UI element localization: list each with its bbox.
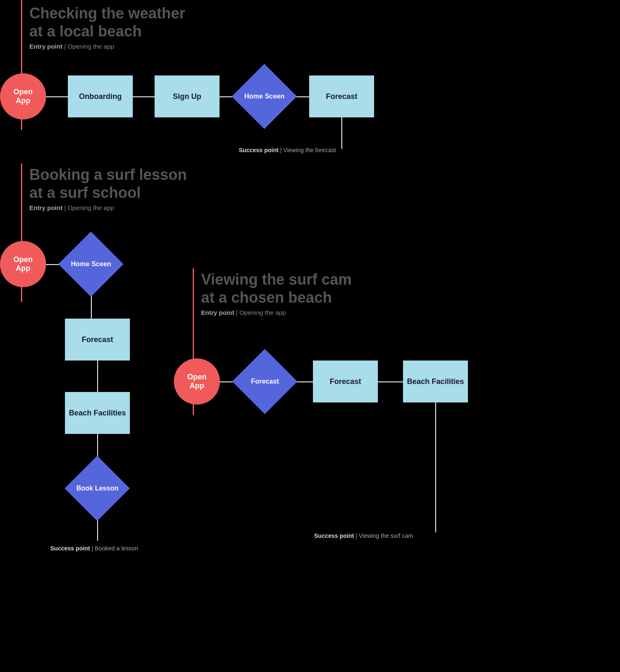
- s2-homescreen: Home Sceen: [58, 231, 124, 297]
- s1-conn2: [133, 96, 155, 97]
- s3-conn4: [435, 402, 436, 532]
- s3-success: Success point | Viewing the surf cam: [314, 532, 413, 539]
- s1-conn5: [341, 117, 342, 149]
- s3-homescreen: Forecast: [232, 349, 297, 414]
- section2-entry: Entry point | Opening the app: [29, 204, 187, 211]
- s2-open-app: Open App: [0, 241, 46, 287]
- section1-title: Checking the weather at a local beach: [29, 4, 185, 40]
- s2-book-lesson: Book Lesson: [65, 456, 130, 521]
- section3-header: Viewing the surf cam at a chosen beach E…: [201, 270, 351, 316]
- section3-title: Viewing the surf cam at a chosen beach: [201, 270, 351, 306]
- s2-success: Success point | Booked a lesson: [50, 545, 138, 552]
- s1-conn1: [46, 96, 68, 97]
- s1-success: Success point | Viewing the forecast: [239, 147, 336, 153]
- s1-signup: Sign Up: [155, 75, 220, 117]
- s3-forecast: Forecast: [313, 361, 378, 402]
- s1-onboarding: Onboarding: [68, 75, 133, 117]
- s2-forecast: Forecast: [65, 319, 130, 361]
- s2-conn3: [97, 361, 98, 392]
- s1-homescreen: Home Sceen: [232, 64, 297, 129]
- section2-header: Booking a surf lesson at a surf school E…: [29, 166, 187, 211]
- s1-forecast: Forecast: [309, 75, 374, 117]
- section1-header: Checking the weather at a local beach En…: [29, 4, 185, 50]
- s3-beach-facilities: Beach Facilities: [403, 361, 468, 402]
- s3-open-app: Open App: [174, 358, 220, 405]
- s2-beach-facilities: Beach Facilities: [65, 392, 130, 434]
- section3-entry: Entry point | Opening the app: [201, 309, 351, 316]
- s3-conn3: [378, 381, 403, 382]
- s1-open-app: Open App: [0, 73, 46, 119]
- section1-entry: Entry point | Opening the app: [29, 43, 185, 50]
- section2-title: Booking a surf lesson at a surf school: [29, 166, 187, 202]
